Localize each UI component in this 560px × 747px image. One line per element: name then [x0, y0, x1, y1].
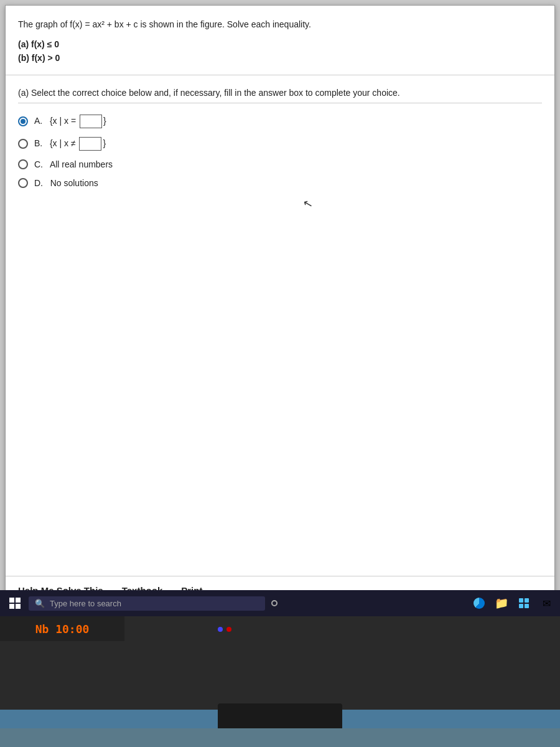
apps-grid-icon: [519, 598, 529, 608]
choice-c[interactable]: C. All real numbers: [18, 159, 542, 169]
taskbar-mail-icon[interactable]: ✉: [538, 594, 555, 612]
part-b-label: (b) f(x) > 0: [18, 51, 542, 65]
taskbar-search-text: Type here to search: [50, 599, 121, 608]
taskbar-search-icon: 🔍: [35, 599, 45, 608]
taskbar-folder-icon[interactable]: 📁: [493, 594, 510, 612]
taskbar-search[interactable]: 🔍 Type here to search: [29, 596, 265, 611]
start-button[interactable]: [5, 593, 25, 613]
keyboard-indicator-lights: [218, 627, 231, 632]
mail-app-icon: ✉: [543, 598, 551, 609]
kb-light-red: [226, 627, 231, 632]
choice-b[interactable]: B. {x | x ≠ }: [18, 137, 542, 151]
choices-list: A. {x | x = } B. {x | x ≠ }: [18, 115, 542, 188]
section-a-label: (a) Select the correct choice below and,…: [18, 88, 542, 103]
choice-a[interactable]: A. {x | x = }: [18, 115, 542, 128]
question-header: The graph of f(x) = ax² + bx + c is show…: [6, 6, 554, 75]
choice-a-label: A.: [34, 115, 42, 125]
taskbar-edge-icon[interactable]: [470, 594, 488, 612]
taskbar-circle-icon[interactable]: [271, 600, 278, 606]
answer-section: (a) Select the correct choice below and,…: [6, 75, 554, 576]
answer-box-a[interactable]: [80, 115, 102, 128]
taskbar-icons-area: 📁 ✉: [470, 594, 555, 612]
kb-light-blue: [218, 627, 223, 632]
desk-surface: [0, 728, 560, 747]
windows-icon: [9, 598, 21, 609]
content-area: The graph of f(x) = ax² + bx + c is show…: [6, 6, 554, 604]
question-text: The graph of f(x) = ax² + bx + c is show…: [18, 18, 542, 31]
nb-display-area: Nb 10:00: [0, 616, 124, 641]
question-parts: (a) f(x) ≤ 0 (b) f(x) > 0: [18, 37, 542, 65]
choice-d-text: D. No solutions: [34, 178, 98, 188]
choice-a-text: A. {x | x = }: [34, 115, 106, 128]
radio-c[interactable]: [18, 159, 28, 169]
choice-d[interactable]: D. No solutions: [18, 178, 542, 188]
choice-b-label: B.: [34, 138, 42, 148]
radio-d[interactable]: [18, 178, 28, 188]
taskbar-grid-icon[interactable]: [515, 594, 533, 612]
nb-display-text: Nb 10:00: [35, 622, 90, 636]
choice-d-label: D.: [34, 178, 43, 188]
windows-taskbar: 🔍 Type here to search 📁 ✉: [0, 590, 560, 616]
choice-b-text: B. {x | x ≠ }: [34, 137, 106, 151]
answer-box-b[interactable]: [79, 137, 101, 151]
choice-c-text: C. All real numbers: [34, 159, 113, 169]
radio-b[interactable]: [18, 139, 28, 149]
app-window: The graph of f(x) = ax² + bx + c is show…: [5, 5, 555, 605]
file-explorer-icon: 📁: [495, 596, 508, 610]
part-a-label: (a) f(x) ≤ 0: [18, 37, 542, 51]
monitor-screen: The graph of f(x) = ax² + bx + c is show…: [0, 0, 560, 610]
choice-c-label: C.: [34, 159, 43, 169]
radio-a[interactable]: [18, 116, 28, 126]
edge-browser-icon: [474, 598, 485, 609]
